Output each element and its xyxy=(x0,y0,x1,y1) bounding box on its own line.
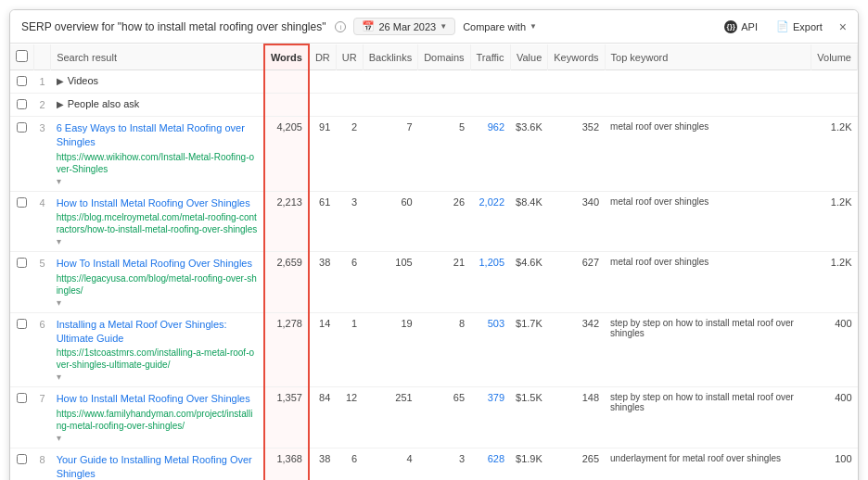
row-volume xyxy=(811,94,858,117)
result-dropdown-arrow[interactable]: ▾ xyxy=(57,433,61,443)
table-row-videos: 1 ▶ Videos xyxy=(10,70,858,94)
row-backlinks: 4 xyxy=(363,448,417,480)
row-checkbox-cell xyxy=(10,117,34,192)
col-keywords: Keywords xyxy=(548,44,605,70)
result-dropdown-arrow[interactable]: ▾ xyxy=(57,372,61,382)
date-dropdown-arrow: ▼ xyxy=(440,22,447,31)
row-checkbox[interactable] xyxy=(17,454,27,464)
result-title-link[interactable]: Installing a Metal Roof Over Shingles: U… xyxy=(57,318,258,347)
row-domains xyxy=(418,70,470,94)
row-result-cell: How to Install Metal Roofing Over Shingl… xyxy=(51,387,264,448)
row-domains: 21 xyxy=(418,252,470,312)
row-volume: 400 xyxy=(811,387,858,448)
table-row: 4How to Install Metal Roofing Over Shing… xyxy=(10,191,858,251)
row-num: 6 xyxy=(34,312,51,387)
info-icon[interactable]: i xyxy=(335,21,346,32)
row-num: 1 xyxy=(34,70,51,94)
col-ur: UR xyxy=(336,44,363,70)
row-words: 1,368 xyxy=(264,448,309,480)
row-traffic[interactable]: 962 xyxy=(470,117,510,192)
compare-button[interactable]: Compare with ▼ xyxy=(463,21,537,32)
videos-label: Videos xyxy=(68,75,98,86)
row-backlinks xyxy=(363,94,417,117)
row-checkbox[interactable] xyxy=(17,197,27,208)
row-result-cell: Installing a Metal Roof Over Shingles: U… xyxy=(51,312,264,387)
row-words: 1,357 xyxy=(264,387,309,448)
paa-expand[interactable]: ▶ People also ask xyxy=(57,98,258,109)
api-button[interactable]: {}} API xyxy=(719,19,763,35)
row-top-keyword: metal roof over shingles xyxy=(605,117,811,192)
table-row: 6Installing a Metal Roof Over Shingles: … xyxy=(10,312,858,387)
row-num: 3 xyxy=(34,117,51,192)
result-url: https://www.familyhandyman.com/project/i… xyxy=(57,408,258,432)
row-value: $1.5K xyxy=(510,387,548,448)
row-checkbox-cell xyxy=(10,70,34,94)
row-dr: 84 xyxy=(309,387,336,448)
row-volume: 1.2K xyxy=(811,117,858,192)
result-url: https://1stcoastmrs.com/installing-a-met… xyxy=(57,347,258,371)
row-ur xyxy=(336,94,363,117)
row-domains: 3 xyxy=(418,448,470,480)
result-title-link[interactable]: Your Guide to Installing Metal Roofing O… xyxy=(57,453,258,480)
col-dr: DR xyxy=(309,44,336,70)
result-dropdown-arrow[interactable]: ▾ xyxy=(57,297,61,308)
row-traffic xyxy=(470,70,510,94)
result-title-link[interactable]: How To Install Metal Roofing Over Shingl… xyxy=(57,257,258,271)
row-words: 2,213 xyxy=(264,191,309,251)
row-checkbox-cell xyxy=(10,94,34,117)
date-selector[interactable]: 📅 26 Mar 2023 ▼ xyxy=(353,18,455,35)
row-traffic[interactable]: 1,205 xyxy=(470,252,510,312)
table-header-row: Search result Words DR UR Backlinks Doma… xyxy=(10,44,858,70)
row-result-cell: How to Install Metal Roofing Over Shingl… xyxy=(51,191,264,251)
row-checkbox-cell xyxy=(10,252,34,312)
col-traffic: Traffic xyxy=(470,44,510,70)
paa-label: People also ask xyxy=(68,98,140,109)
row-checkbox[interactable] xyxy=(17,258,27,268)
row-checkbox[interactable] xyxy=(17,319,27,329)
select-all-checkbox[interactable] xyxy=(16,50,28,62)
row-ur: 3 xyxy=(336,191,363,251)
row-traffic[interactable]: 379 xyxy=(470,387,510,448)
row-dr: 14 xyxy=(309,312,336,387)
expand-arrow-icon: ▶ xyxy=(57,76,64,86)
row-keywords: 342 xyxy=(548,312,605,387)
row-ur: 1 xyxy=(336,312,363,387)
row-backlinks xyxy=(363,70,417,94)
result-title-link[interactable]: How to Install Metal Roofing Over Shingl… xyxy=(57,392,258,406)
row-keywords: 265 xyxy=(548,448,605,480)
row-backlinks: 60 xyxy=(363,191,417,251)
table-row-paa: 2 ▶ People also ask xyxy=(10,94,858,117)
row-checkbox[interactable] xyxy=(17,76,27,86)
row-traffic[interactable]: 2,022 xyxy=(470,191,510,251)
row-traffic[interactable]: 503 xyxy=(470,312,510,387)
result-dropdown-arrow[interactable]: ▾ xyxy=(57,236,61,246)
close-button[interactable]: × xyxy=(839,19,847,34)
row-num: 2 xyxy=(34,94,51,117)
row-result-cell: ▶ People also ask xyxy=(51,94,264,117)
col-backlinks: Backlinks xyxy=(363,44,417,70)
results-table-wrapper: Search result Words DR UR Backlinks Doma… xyxy=(10,44,858,480)
row-value: $8.4K xyxy=(510,191,548,251)
result-title-link[interactable]: How to Install Metal Roofing Over Shingl… xyxy=(57,196,258,210)
row-words xyxy=(264,70,309,94)
results-table: Search result Words DR UR Backlinks Doma… xyxy=(10,44,858,480)
result-title-link[interactable]: 6 Easy Ways to Install Metal Roofing ove… xyxy=(57,121,258,150)
row-ur: 6 xyxy=(336,448,363,480)
compare-dropdown-arrow: ▼ xyxy=(530,22,537,31)
table-body: 1 ▶ Videos xyxy=(10,70,858,481)
row-checkbox[interactable] xyxy=(17,122,27,133)
panel-header: SERP overview for "how to install metal … xyxy=(10,10,858,44)
videos-expand[interactable]: ▶ Videos xyxy=(57,75,258,86)
result-url: https://blog.mcelroymetal.com/metal-roof… xyxy=(57,211,258,235)
row-value: $4.6K xyxy=(510,252,548,312)
row-domains xyxy=(418,94,470,117)
row-num: 8 xyxy=(34,448,51,480)
row-traffic[interactable]: 628 xyxy=(470,448,510,480)
row-checkbox[interactable] xyxy=(17,99,27,109)
row-volume: 1.2K xyxy=(811,191,858,251)
row-top-keyword: step by step on how to install metal roo… xyxy=(605,387,811,448)
result-dropdown-arrow[interactable]: ▾ xyxy=(57,176,61,186)
row-value: $3.6K xyxy=(510,117,548,192)
row-checkbox[interactable] xyxy=(17,393,27,403)
export-button[interactable]: 📄 Export xyxy=(771,19,828,34)
